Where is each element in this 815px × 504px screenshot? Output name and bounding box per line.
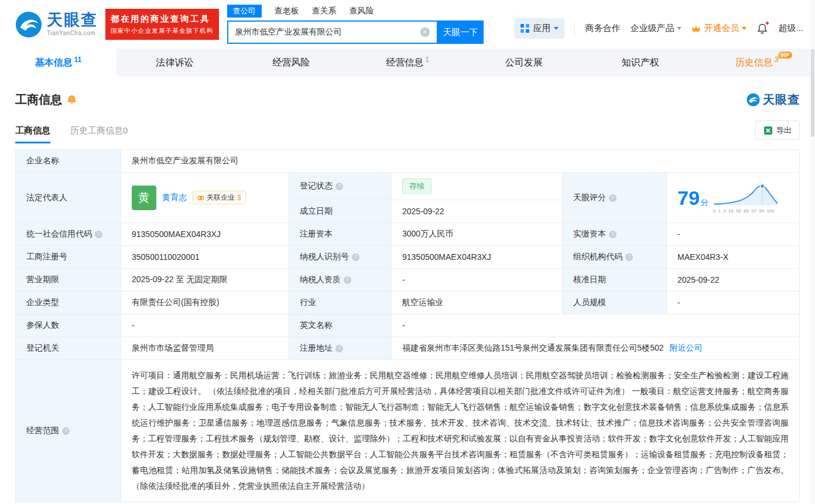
value-reg-status: 存续 [392,173,563,200]
promo-line1: 都在用的商业查询工具 [111,13,214,25]
nearby-companies-link[interactable]: 附近公司 [670,343,703,352]
enterprise-product-menu[interactable]: 企业级产品 [630,23,682,34]
label-reg-status: 登记状态 [289,173,392,200]
link-icon [197,194,204,201]
value-tyc-score: 79分 0 1 3 15 50 85 97 99 100 [667,173,800,223]
value-english-name: - [392,314,800,337]
value-registered-address: 福建省泉州市丰泽区美仙路151号泉州交通发展集团有限责任公司5楼502附近公司 [392,337,800,360]
value-industry: 航空运输业 [392,292,563,314]
value-legal-rep: 黄 黄育志 关联企业 3 [121,173,289,223]
help-icon[interactable] [95,231,102,238]
tab-operation-info[interactable]: 经营信息 1 [350,49,466,77]
value-staff-size: - [667,292,800,314]
divider [574,22,575,35]
legal-rep-avatar[interactable]: 黄 [132,186,156,210]
table-row: 统一社会信用代码 91350500MAEX04R3XJ 注册资本 3000万人民… [16,223,800,246]
label-registration-authority: 登记机关 [16,337,121,360]
tab-operation-risk[interactable]: 经营风险 [233,49,350,77]
help-icon[interactable] [335,345,343,352]
score-axis-labels: 0 1 3 15 50 85 97 99 100 [713,208,779,214]
related-count: 3 [237,194,241,202]
value-company-type: 有限责任公司(国有控股) [121,292,289,314]
label-established-date: 成立日期 [289,200,392,223]
help-icon[interactable] [335,183,343,190]
tab-count: 11 [74,56,82,64]
tianyancha-logo[interactable]: 天眼查 TianYanCha.com [15,11,98,38]
chevron-down-icon [677,27,682,30]
value-business-term: 2025-09-22 至 无固定期限 [121,269,289,292]
search-tab-boss[interactable]: 查老板 [275,6,299,16]
label-uscc: 统一社会信用代码 [16,223,121,246]
subscribe-bell-icon[interactable] [67,95,77,105]
label-registered-address: 注册地址 [289,337,392,360]
tianyancha-watermark: 天眼查 [746,92,800,108]
vip-upgrade-menu[interactable]: 开通会员 [691,23,746,34]
logo-title: 天眼查 [47,12,98,28]
tab-intellectual-property[interactable]: 知识产权 [582,49,698,77]
business-info-table: 企业名称 泉州市低空产业发展有限公司 法定代表人 黄 黄育志 关联企业 3 [15,149,800,502]
export-button[interactable]: 导出 [755,121,800,140]
label-taxpayer-id: 纳税人识别号 [289,246,392,269]
help-icon[interactable] [625,253,633,261]
clear-icon[interactable] [420,28,430,37]
label-legal-rep: 法定代表人 [16,173,121,223]
related-companies-badge[interactable]: 关联企业 3 [193,191,246,204]
search-tab-company[interactable]: 查公司 [227,5,262,18]
tab-basic-info[interactable]: 基本信息 11 [0,49,117,77]
logo-subtitle: TianYanCha.com [47,30,98,36]
promo-banner: 都在用的商业查询工具 国家中小企业发展子基金旗下机构 [105,9,219,40]
tab-label: 法律诉讼 [156,57,193,69]
label-paid-capital: 实缴资本 [563,223,667,246]
table-row: 参保人数 - 英文名称 - [16,314,800,337]
subtab-history-business-info[interactable]: 历史工商信息0 [70,125,128,143]
tab-label: 经营信息 [386,57,423,69]
main-content: 工商信息 天眼查 工商信息 历史工商信息0 导出 [0,92,815,502]
business-coop-link[interactable]: 商务合作 [585,23,620,34]
help-icon[interactable] [62,427,70,435]
table-row: 企业名称 泉州市低空产业发展有限公司 [16,150,800,173]
label-tyc-score: 天眼评分 [563,173,667,223]
table-row: 登记机关 泉州市市场监督管理局 注册地址 福建省泉州市丰泽区美仙路151号泉州交… [16,337,800,360]
label-english-name: 英文名称 [289,314,392,337]
search-button[interactable]: 天眼一下 [438,20,484,44]
search-tab-risk[interactable]: 查风险 [350,6,374,16]
help-icon[interactable] [352,253,359,261]
value-insured-count: - [121,314,289,337]
chevron-down-icon [742,27,746,30]
score-distribution-chart: 0 1 3 15 50 85 97 99 100 [713,181,779,214]
tab-history-info[interactable]: 历史信息 3 VIP [698,49,815,77]
tab-company-development[interactable]: 公司发展 [465,49,582,77]
apps-dropdown[interactable]: 应用 [515,18,564,39]
subtabs: 工商信息 历史工商信息0 导出 [15,121,800,143]
legal-rep-name-link[interactable]: 黄育志 [162,193,187,203]
tab-label: 历史信息 [735,57,773,69]
help-icon[interactable] [609,231,617,238]
value-org-code: MAEX04R3-X [667,246,800,269]
subtab-business-info[interactable]: 工商信息 [15,125,50,143]
value-paid-capital: - [667,223,800,246]
status-badge: 存续 [402,179,432,194]
table-row: 工商注册号 350500110020001 纳税人识别号 91350500MAE… [16,246,800,269]
label-staff-size: 人员规模 [563,292,667,314]
label-company-name: 企业名称 [16,150,121,173]
help-icon[interactable] [344,276,351,284]
table-row: 经营范围 许可项目：通用航空服务；民用机场运营；飞行训练；旅游业务；民用航空器维… [16,360,800,502]
tab-label: 基本信息 [35,57,73,69]
label-industry: 行业 [289,292,392,314]
scrollbar[interactable] [810,0,815,504]
help-icon[interactable] [609,194,617,202]
search-area: 查公司 查老板 查关系 查风险 泉州市低空产业发展有限公司 天眼一下 [227,5,484,44]
notification-bell-icon[interactable] [756,23,768,35]
tab-label: 公司发展 [505,57,543,69]
scrollbar-thumb[interactable] [811,49,814,137]
value-approval-date: 2025-09-22 [667,269,800,292]
tab-legal-litigation[interactable]: 法律诉讼 [117,49,233,77]
vip-upgrade-label: 开通会员 [704,23,739,34]
label-reg-capital: 注册资本 [289,223,392,246]
search-tab-relation[interactable]: 查关系 [312,6,337,16]
super-vip-link[interactable]: 超级... [778,23,803,34]
tab-label: 知识产权 [622,57,659,69]
enterprise-product-label: 企业级产品 [630,23,674,34]
vip-badge: VIP [778,52,793,59]
search-input[interactable]: 泉州市低空产业发展有限公司 [227,20,438,44]
